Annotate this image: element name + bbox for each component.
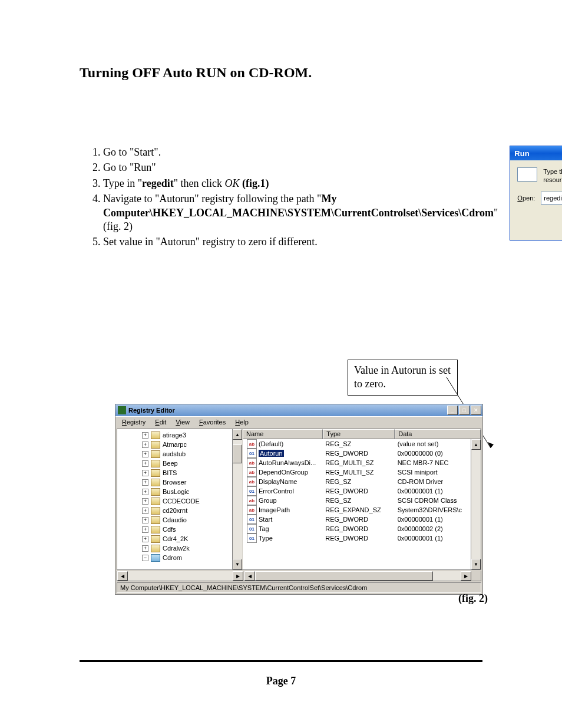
scroll-right-icon[interactable]: ▶ [233,571,243,581]
plus-icon[interactable]: + [142,508,148,514]
run-titlebar[interactable]: Run ? ✕ [510,146,562,160]
col-type[interactable]: Type [323,429,395,439]
tree-item[interactable]: +Cdfs [117,525,242,534]
registry-value-row[interactable]: 01AutorunREG_DWORD0x00000000 (0) [243,449,481,458]
plus-icon[interactable]: + [142,545,148,552]
registry-value-row[interactable]: abAutoRunAlwaysDi...REG_MULTI_SZNEC MBR-… [243,458,481,467]
folder-icon [151,441,160,449]
scroll-down-icon[interactable]: ▼ [471,559,481,569]
col-data[interactable]: Data [395,429,481,439]
menubar: Registry Edit View Favorites Help [115,416,482,427]
value-type: REG_SZ [323,478,395,485]
menu-registry[interactable]: Registry [118,418,150,426]
binary-value-icon: 01 [247,515,257,524]
tree-item[interactable]: +audstub [117,449,242,459]
string-value-icon: ab [247,439,257,449]
plus-icon[interactable]: + [142,526,148,533]
plus-icon[interactable]: + [142,479,148,486]
value-type: REG_DWORD [323,516,395,523]
run-title: Run [514,149,562,158]
tree-scrollbar[interactable]: ▲ ▼ [232,429,242,569]
scroll-left-icon[interactable]: ◀ [244,571,255,581]
values-scrollbar[interactable]: ▲ ▼ [471,439,481,569]
plus-icon[interactable]: + [142,498,148,505]
minimize-icon[interactable]: _ [447,406,458,415]
plus-icon[interactable]: + [142,460,148,467]
tree-item[interactable]: −Cdrom [117,553,242,562]
value-data: 0x00000001 (1) [395,516,481,523]
value-data: 0x00000002 (2) [395,525,481,532]
registry-value-row[interactable]: 01ErrorControlREG_DWORD0x00000001 (1) [243,486,481,496]
scroll-right-icon[interactable]: ▶ [461,571,471,581]
col-name[interactable]: Name [243,429,323,439]
plus-icon[interactable]: + [142,432,148,439]
menu-help[interactable]: Help [231,418,253,426]
registry-value-row[interactable]: 01StartREG_DWORD0x00000001 (1) [243,515,481,524]
tree-label: BusLogic [163,488,189,495]
menu-view[interactable]: View [171,418,194,426]
values-header: Name Type Data [243,429,481,439]
registry-value-row[interactable]: 01TagREG_DWORD0x00000002 (2) [243,524,481,533]
registry-value-row[interactable]: abImagePathREG_EXPAND_SZSystem32\DRIVERS… [243,505,481,515]
plus-icon[interactable]: + [142,517,148,523]
status-bar: My Computer\HKEY_LOCAL_MACHINE\SYSTEM\Cu… [117,582,481,593]
instr-step-5: Set value in "Autorun" registry to zero … [103,235,498,249]
tree-label: Browser [163,479,186,486]
tree-item[interactable]: +Cdralw2k [117,543,242,553]
value-name: ErrorControl [259,487,294,495]
minus-icon[interactable]: − [142,555,148,561]
scroll-thumb[interactable] [255,571,433,581]
value-type: REG_SZ [323,497,395,504]
registry-value-row[interactable]: abDisplayNameREG_SZCD-ROM Driver [243,477,481,486]
folder-icon [151,507,160,515]
resize-grip-icon[interactable] [471,571,481,581]
tree-label: BITS [163,469,177,476]
plus-icon[interactable]: + [142,442,148,448]
menu-favorites[interactable]: Favorites [195,418,230,426]
instr-step-4: Navigate to "Autorun" registry following… [103,192,498,233]
maximize-icon[interactable]: □ [459,406,470,415]
registry-editor: Registry Editor _ □ ✕ Registry Edit View… [115,404,483,595]
fig1-caption: (fig. 1) [510,249,562,262]
tree-item[interactable]: +CCDECODE [117,496,242,506]
tree-item[interactable]: +Atmarpc [117,440,242,449]
tree-item[interactable]: +Cdaudio [117,515,242,525]
tree-item[interactable]: +Cdr4_2K [117,534,242,543]
scroll-thumb[interactable] [233,444,242,463]
scroll-up-icon[interactable]: ▲ [233,429,242,440]
value-name: Start [259,516,272,523]
value-name: Type [259,535,273,542]
plus-icon[interactable]: + [142,451,148,457]
close-icon[interactable]: ✕ [471,406,481,415]
tree-item[interactable]: +Browser [117,477,242,487]
scroll-left-icon[interactable]: ◀ [117,571,128,581]
plus-icon[interactable]: + [142,489,148,495]
scroll-up-icon[interactable]: ▲ [471,439,481,450]
registry-value-row[interactable]: abGroupREG_SZSCSI CDROM Class [243,496,481,505]
scroll-down-icon[interactable]: ▼ [233,559,242,569]
regedit-titlebar[interactable]: Registry Editor _ □ ✕ [115,404,482,416]
tree-label: Cdr4_2K [163,535,188,542]
menu-edit[interactable]: Edit [151,418,170,426]
string-value-icon: ab [247,496,257,505]
plus-icon[interactable]: + [142,536,148,542]
registry-value-row[interactable]: abDependOnGroupREG_MULTI_SZSCSI miniport [243,467,481,477]
tree-item[interactable]: +BusLogic [117,487,242,496]
run-open-input[interactable] [541,192,562,204]
value-data: (value not set) [395,440,481,447]
registry-value-row[interactable]: ab(Default)REG_SZ(value not set) [243,439,481,449]
registry-value-row[interactable]: 01TypeREG_DWORD0x00000001 (1) [243,533,481,543]
tree-item[interactable]: +cd20xrnt [117,506,242,515]
run-open-combo[interactable]: ▼ [541,192,562,205]
value-type: REG_DWORD [323,535,395,542]
tree-item[interactable]: +BITS [117,468,242,477]
tree-item[interactable]: +Beep [117,459,242,468]
run-icon [517,167,537,182]
folder-icon [151,450,160,458]
folder-icon [151,545,160,552]
registry-tree[interactable]: +atirage3+Atmarpc+audstub+Beep+BITS+Brow… [117,429,243,569]
plus-icon[interactable]: + [142,470,148,476]
tree-hscroll[interactable]: ◀ ▶ ◀ ▶ [117,571,481,581]
tree-label: Atmarpc [163,441,187,448]
tree-item[interactable]: +atirage3 [117,430,242,440]
